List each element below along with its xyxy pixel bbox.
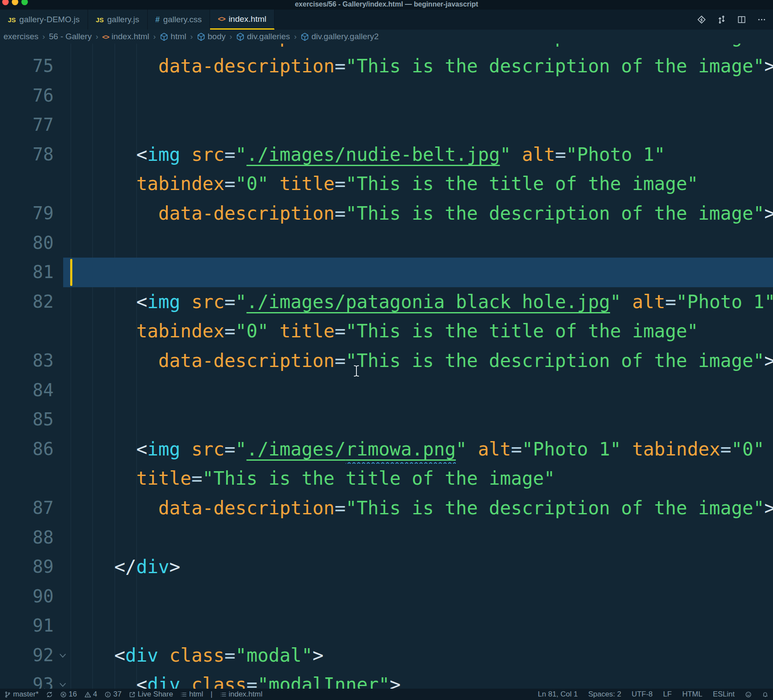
code-line-text[interactable]: data-description="This is the descriptio… (63, 51, 773, 81)
line-number: 87 (0, 493, 63, 523)
code-row: 88 (0, 523, 773, 553)
code-line-text[interactable]: <img src="./images/patagonia black hole.… (63, 287, 773, 317)
file-link[interactable]: ./images/patagonia black hole.jpg (247, 291, 610, 313)
token-str: "modal" (235, 645, 312, 666)
token-str: " (235, 144, 246, 165)
token-attr: tabindex (136, 320, 224, 342)
token-tag: img (147, 144, 180, 165)
code-line-text[interactable]: data-description="This is the descriptio… (63, 44, 773, 51)
code-line-text[interactable]: tabindex="0" title="This is the title of… (63, 316, 773, 346)
status-label: 4 (93, 690, 97, 699)
css-file-icon: # (156, 15, 160, 24)
token-tag: div (136, 556, 170, 578)
tab-label: gallery.css (163, 15, 202, 24)
token-attr: data-description (158, 55, 335, 77)
breadcrumb-separator: › (190, 32, 193, 41)
symbol-cube-icon (301, 33, 309, 41)
code-line-text[interactable] (63, 228, 773, 258)
code-line-text[interactable] (63, 376, 773, 405)
bell-icon (762, 691, 769, 698)
breadcrumb-label: 56 - Gallery (49, 32, 92, 41)
code-row: 78 <img src="./images/nudie-belt.jpg" al… (0, 140, 773, 170)
breadcrumb-separator: › (153, 32, 156, 41)
code-line-text[interactable] (63, 523, 773, 553)
file-link[interactable]: ./images/nudie-belt.jpg (247, 144, 500, 165)
code-line-text[interactable] (63, 405, 773, 435)
split-editor-icon[interactable] (737, 15, 746, 24)
breadcrumb-item-56 - Gallery[interactable]: 56 - Gallery (49, 32, 92, 41)
status-lf[interactable]: LF (663, 690, 672, 699)
tab-gallery.js[interactable]: JSgallery.js (88, 10, 148, 30)
status-ln-81-col-1[interactable]: Ln 81, Col 1 (538, 690, 578, 699)
code-line-text[interactable]: title="This is the title of the image" (63, 464, 773, 493)
code-line-text[interactable]: <img src="./images/nudie-belt.jpg" alt="… (63, 140, 773, 170)
compare-changes-icon[interactable] (717, 15, 726, 24)
editor-actions (697, 10, 773, 30)
status-spaces-2[interactable]: Spaces: 2 (588, 690, 621, 699)
status-html[interactable]: html (180, 690, 203, 699)
breadcrumb-item-div.galleries[interactable]: div.galleries (236, 32, 290, 41)
code-line-text[interactable]: data-description="This is the descriptio… (63, 199, 773, 228)
status-label: Ln 81, Col 1 (538, 690, 578, 699)
status-37[interactable]: 37 (105, 690, 122, 699)
breadcrumb-item-body[interactable]: body (197, 32, 226, 41)
warning-icon (85, 691, 91, 698)
code-line-text[interactable]: </div> (63, 552, 773, 582)
status-master-[interactable]: master* (4, 690, 39, 699)
breadcrumb-separator: › (42, 32, 45, 41)
code-line-text[interactable] (63, 582, 773, 612)
token-tag: img (147, 438, 180, 460)
status-bell-icon[interactable] (762, 691, 769, 698)
code-line-text[interactable]: <div class="modal"> (63, 641, 773, 670)
status-html[interactable]: HTML (682, 690, 702, 699)
status-eslint[interactable]: ESLint (713, 690, 735, 699)
code-row: 87 data-description="This is the descrip… (0, 493, 773, 523)
token-str: "Photo 1" (566, 144, 665, 165)
code-row: 75 data-description="This is the descrip… (0, 51, 773, 81)
info-icon (105, 691, 111, 698)
status-16[interactable]: 16 (60, 690, 77, 699)
code-line-text[interactable]: data-description="This is the descriptio… (63, 346, 773, 376)
file-link[interactable]: ./images/ (247, 438, 346, 460)
token-attr: alt (522, 144, 555, 165)
code-line-text[interactable] (63, 611, 773, 641)
token-attr: data-description (158, 44, 335, 47)
code-row: 79 data-description="This is the descrip… (0, 199, 773, 228)
code-line-text[interactable] (63, 81, 773, 111)
code-line-text[interactable] (63, 110, 773, 140)
token-str: "0" (235, 320, 268, 342)
status-live-share[interactable]: Live Share (129, 690, 173, 699)
breadcrumb-item-html[interactable]: html (160, 32, 186, 41)
breadcrumb-label: div.galleries (247, 32, 290, 41)
code-row: 89 </div> (0, 552, 773, 582)
breadcrumb-item-div.gallery.gallery2[interactable]: div.gallery.gallery2 (301, 32, 379, 41)
symbol-cube-icon (160, 33, 168, 41)
code-line-text[interactable] (63, 258, 773, 287)
code-line-text[interactable]: tabindex="0" title="This is the title of… (63, 169, 773, 199)
status-right: Ln 81, Col 1Spaces: 2UTF-8LFHTMLESLint (538, 690, 773, 699)
status-sync-icon[interactable] (46, 691, 53, 698)
file-link-warning[interactable]: rimowa.png (346, 438, 456, 460)
tab-gallery.css[interactable]: #gallery.css (148, 10, 210, 30)
status-utf-8[interactable]: UTF-8 (632, 690, 653, 699)
editor[interactable]: data-description="This is the descriptio… (0, 44, 773, 700)
breadcrumb-item-exercises[interactable]: exercises (3, 32, 38, 41)
js-file-icon: JS (8, 16, 16, 24)
tab-bar: JSgallery-DEMO.jsJSgallery.js#gallery.cs… (0, 10, 773, 30)
format-prettier-icon[interactable] (697, 15, 706, 24)
line-number: 91 (0, 611, 63, 641)
breadcrumb-item-index.html[interactable]: <>index.html (102, 32, 149, 41)
token-punct: > (764, 497, 773, 519)
more-actions-icon[interactable] (757, 15, 766, 24)
code-line-text[interactable]: data-description="This is the descriptio… (63, 493, 773, 523)
code-line-text[interactable]: <img src="./images/rimowa.png" alt="Phot… (63, 435, 773, 464)
tab-index.html[interactable]: <>index.html (210, 10, 275, 30)
status-index-html[interactable]: index.html (220, 690, 262, 699)
titlebar: exercises/56 - Gallery/index.html — begi… (0, 0, 773, 10)
status-smiley-icon[interactable] (745, 691, 752, 698)
status-4[interactable]: 4 (85, 690, 97, 699)
tab-gallery-DEMO.js[interactable]: JSgallery-DEMO.js (0, 10, 88, 30)
code-row: 80 (0, 228, 773, 258)
breadcrumb-separator: › (230, 32, 232, 41)
token-punct: < (136, 438, 147, 460)
